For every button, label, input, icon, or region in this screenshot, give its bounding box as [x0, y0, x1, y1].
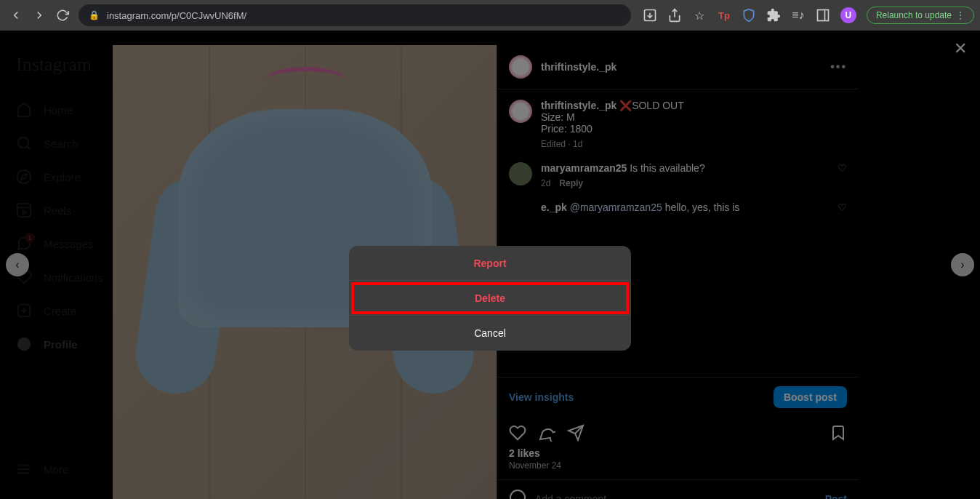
install-icon[interactable]: [643, 8, 657, 23]
lock-icon: 🔒: [89, 10, 100, 20]
relaunch-button[interactable]: Relaunch to update ⋮: [867, 7, 974, 24]
sidepanel-icon[interactable]: [816, 8, 830, 23]
kebab-icon: ⋮: [956, 10, 965, 20]
url-text: instagram.com/p/C0CJwvUN6fM/: [107, 10, 246, 21]
report-option[interactable]: Report: [349, 246, 631, 281]
profile-avatar[interactable]: U: [840, 7, 856, 23]
options-dialog: Report Delete Cancel: [349, 246, 631, 351]
cancel-option[interactable]: Cancel: [349, 316, 631, 351]
browser-toolbar: 🔒 instagram.com/p/C0CJwvUN6fM/ ☆ Tp ≡♪ U…: [0, 0, 980, 31]
extension-tp-icon[interactable]: Tp: [717, 8, 731, 23]
extensions-icon[interactable]: [766, 8, 781, 23]
svg-rect-2: [817, 10, 828, 21]
delete-option[interactable]: Delete: [349, 281, 631, 316]
bookmark-star-icon[interactable]: ☆: [692, 8, 707, 23]
media-icon[interactable]: ≡♪: [791, 8, 806, 23]
share-icon[interactable]: [667, 8, 682, 23]
reload-button[interactable]: [52, 5, 73, 25]
forward-button[interactable]: [29, 5, 49, 25]
address-bar[interactable]: 🔒 instagram.com/p/C0CJwvUN6fM/: [79, 4, 631, 26]
back-button[interactable]: [6, 5, 26, 25]
extension-shield-icon[interactable]: [742, 8, 756, 23]
